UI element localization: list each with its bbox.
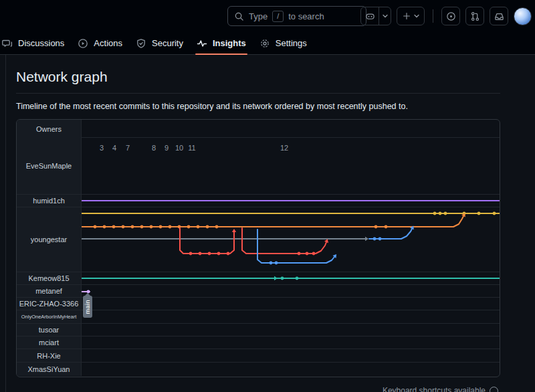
- title-divider: [16, 93, 500, 94]
- search-placeholder-suffix: to search: [288, 11, 324, 21]
- create-new-button[interactable]: [397, 7, 425, 25]
- owner-link[interactable]: OnlyOneArborInMyHeart: [17, 310, 82, 323]
- commit-dot: [281, 277, 284, 280]
- commit-dot: [189, 252, 193, 256]
- date-label: 3: [100, 144, 104, 152]
- branch-youngestar-gray[interactable]: [82, 237, 368, 241]
- security-icon: [136, 38, 146, 49]
- tab-label: Security: [152, 38, 183, 48]
- network-graph-svg[interactable]: [82, 138, 500, 377]
- commit-dot: [373, 237, 377, 241]
- tab-actions[interactable]: Actions: [71, 32, 129, 54]
- commit-dot: [444, 212, 447, 215]
- search-icon: [234, 11, 244, 21]
- branch-kemeow-teal-arrow[interactable]: [269, 276, 278, 280]
- commit-dot: [131, 225, 134, 229]
- search-input[interactable]: Type / to search: [227, 6, 366, 26]
- commit-dot: [197, 225, 200, 229]
- commit-dot: [94, 225, 97, 229]
- app-header: Type / to search: [0, 0, 535, 32]
- commit-dot: [169, 225, 172, 229]
- commit-dot: [385, 225, 388, 229]
- branch-youngestar-red-2[interactable]: [242, 228, 328, 255]
- owner-link[interactable]: XmasSiYuan: [17, 363, 82, 376]
- branch-youngestar-yellow[interactable]: [82, 212, 500, 215]
- date-label: 10: [175, 144, 183, 152]
- owner-link[interactable]: Kemeow815: [17, 272, 82, 284]
- date-label: 12: [280, 144, 288, 152]
- tab-discussions[interactable]: Discussions: [0, 32, 71, 54]
- commit-dot: [298, 252, 301, 256]
- owner-link[interactable]: tusoar: [17, 324, 82, 336]
- commit-dot: [433, 212, 437, 215]
- commit-dot: [379, 237, 382, 241]
- commit-dot: [439, 212, 442, 215]
- issue-opened-icon: [446, 11, 456, 21]
- git-pull-request-icon: [470, 11, 480, 21]
- commit-dot: [159, 225, 163, 229]
- keyboard-shortcuts-text: Keyboard shortcuts available: [383, 386, 486, 392]
- commit-dot: [206, 225, 209, 229]
- tab-security[interactable]: Security: [129, 32, 190, 54]
- tab-label: Actions: [94, 38, 122, 48]
- owner-link[interactable]: RH-Xie: [17, 349, 82, 362]
- owner-link[interactable]: humid1ch: [17, 195, 82, 207]
- inbox-icon: [494, 11, 504, 21]
- caret-down-icon: [379, 7, 391, 25]
- caret-down-icon: [414, 13, 419, 19]
- copilot-icon: [361, 7, 379, 25]
- owners-header: Owners: [17, 120, 82, 138]
- insights-page: Network graph Timeline of the most recen…: [0, 55, 535, 392]
- branch-kemeow-teal[interactable]: [82, 277, 500, 280]
- network-graph-panel: Owners EveSunMaplehumid1chyoungestarKeme…: [16, 119, 500, 377]
- owner-link[interactable]: metanef: [17, 285, 82, 297]
- branch-youngestar-red-1[interactable]: [180, 228, 236, 255]
- issues-button[interactable]: [441, 7, 460, 25]
- keyboard-shortcuts-hint[interactable]: Keyboard shortcuts available: [383, 386, 498, 392]
- commit-dot: [296, 277, 299, 280]
- actions-icon: [78, 38, 88, 49]
- header-divider: [433, 9, 433, 23]
- commit-dot: [208, 252, 211, 256]
- tab-label: Settings: [276, 38, 307, 48]
- search-placeholder-prefix: Type: [249, 11, 268, 21]
- date-label: 4: [112, 144, 116, 152]
- commit-dot: [312, 252, 316, 256]
- tab-settings[interactable]: Settings: [253, 32, 314, 54]
- date-label: 9: [165, 144, 169, 152]
- commit-dot: [187, 225, 191, 229]
- page-description: Timeline of the most recent commits to t…: [16, 102, 498, 111]
- header-actions: [360, 7, 532, 25]
- owner-link[interactable]: EveSunMaple: [17, 138, 82, 194]
- commit-dot: [227, 252, 230, 256]
- commit-dot: [140, 225, 144, 229]
- owner-link[interactable]: youngestar: [17, 207, 82, 272]
- commit-dot: [150, 225, 153, 229]
- date-label: 7: [126, 144, 130, 152]
- date-label: 8: [152, 144, 156, 152]
- page-title: Network graph: [16, 69, 108, 85]
- avatar[interactable]: [514, 7, 532, 25]
- merge-arrow: [365, 237, 368, 241]
- date-label: 11: [188, 144, 195, 152]
- commit-dot: [270, 262, 273, 265]
- graph-header-row: Owners: [17, 120, 500, 138]
- commit-dot: [477, 212, 481, 215]
- discussions-icon: [2, 38, 13, 49]
- owner-link[interactable]: mciart: [17, 336, 82, 349]
- owner-link[interactable]: ERIC-ZHAO-3366: [17, 298, 82, 310]
- commit-dot: [199, 252, 202, 256]
- commit-dot: [275, 262, 278, 265]
- notifications-button[interactable]: [490, 7, 508, 25]
- left-rail-divider: [5, 55, 6, 392]
- tab-label: Insights: [213, 38, 246, 48]
- tab-insights[interactable]: Insights: [190, 32, 253, 54]
- settings-icon: [259, 38, 270, 49]
- merge-arrow: [232, 229, 236, 232]
- commit-dot: [103, 225, 106, 229]
- copilot-menu-button[interactable]: [360, 7, 391, 25]
- branch-youngestar-orange[interactable]: [82, 213, 465, 229]
- branch-tag-label: main: [84, 300, 91, 314]
- tab-label: Discussions: [18, 38, 64, 48]
- pull-requests-button[interactable]: [465, 7, 484, 25]
